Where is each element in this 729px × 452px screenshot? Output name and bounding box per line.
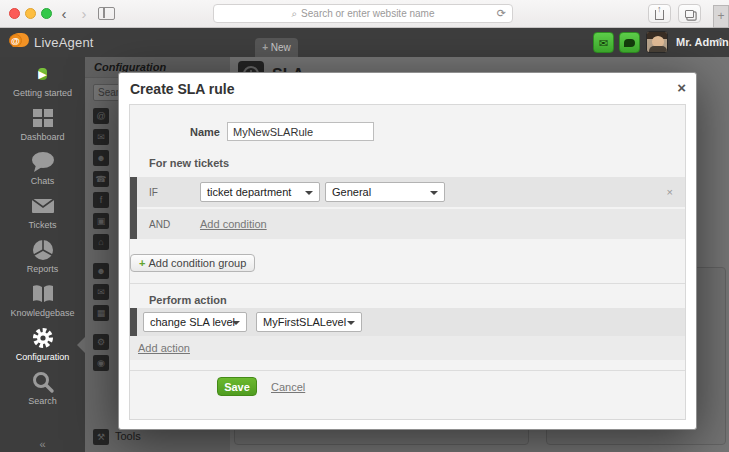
add-condition-link[interactable]: Add condition <box>200 218 267 230</box>
sidebar-item-knowledgebase[interactable]: Knowledgebase <box>0 280 85 322</box>
app-header: @ LiveAgent + New ✉ Mr. Admin <box>0 28 729 57</box>
sidebar-item-chats[interactable]: Chats <box>0 148 85 190</box>
sidebar-item-label: Chats <box>0 176 85 186</box>
mail-icon: ✉ <box>599 37 608 49</box>
if-label: IF <box>149 187 158 198</box>
collapse-sidebar-button[interactable]: « <box>0 438 85 450</box>
user-avatar[interactable] <box>646 31 668 53</box>
plus-icon: + <box>139 257 145 269</box>
chat-icon <box>624 39 635 47</box>
share-icon <box>655 10 664 20</box>
gear-icon <box>30 326 56 350</box>
sidebar-item-configuration[interactable]: Configuration <box>0 324 85 366</box>
brand-name[interactable]: LiveAgent <box>34 35 94 50</box>
condition-row-and: AND Add condition <box>137 209 685 239</box>
zoom-window-button[interactable] <box>41 8 52 19</box>
main-sidebar: ▶ Getting started Dashboard Chats Ticket… <box>0 57 85 452</box>
add-condition-group-button[interactable]: +Add condition group <box>130 254 255 272</box>
cancel-link[interactable]: Cancel <box>271 381 305 393</box>
condition-row-if: IF ticket department General × <box>137 177 685 207</box>
sidebar-toggle-icon[interactable] <box>98 7 115 20</box>
action-row: change SLA level MyFirstSLALevel <box>137 308 685 336</box>
address-placeholder: Search or enter website name <box>301 8 434 19</box>
forward-button[interactable]: › <box>76 3 92 24</box>
sidebar-item-label: Dashboard <box>0 132 85 142</box>
tabs-icon <box>685 10 694 18</box>
condition-field-dropdown[interactable]: ticket department <box>200 182 320 202</box>
condition-group-bar <box>130 177 137 239</box>
sidebar-item-label: Reports <box>0 264 85 274</box>
liveagent-logo-icon: @ <box>9 33 29 51</box>
close-window-button[interactable] <box>9 8 20 19</box>
add-action-row: Add action <box>130 336 685 360</box>
action-group-bar <box>130 308 137 336</box>
action-value-dropdown[interactable]: MyFirstSLALevel <box>256 312 362 332</box>
condition-value-dropdown[interactable]: General <box>325 182 445 202</box>
book-icon <box>30 282 56 306</box>
tabs-button[interactable] <box>678 4 701 23</box>
close-icon[interactable]: × <box>677 80 686 95</box>
new-ticket-tab[interactable]: + New <box>255 38 298 57</box>
reload-icon[interactable]: ⟳ <box>497 7 506 20</box>
minimize-window-button[interactable] <box>25 8 36 19</box>
action-field-dropdown[interactable]: change SLA level <box>143 312 247 332</box>
chat-notifications-button[interactable] <box>619 32 640 53</box>
share-button[interactable] <box>648 4 671 23</box>
sidebar-item-label: Getting started <box>0 88 85 98</box>
sidebar-item-tickets[interactable]: Tickets <box>0 192 85 234</box>
rule-name-input[interactable] <box>227 122 374 141</box>
address-bar[interactable]: ⌕ Search or enter website name ⟳ <box>213 4 513 23</box>
plus-icon: + <box>262 42 268 53</box>
save-button[interactable]: Save <box>217 377 257 396</box>
sidebar-item-label: Knowledgebase <box>0 308 85 318</box>
create-sla-rule-modal: Create SLA rule × Name For new tickets I… <box>118 72 697 430</box>
avatar-body <box>649 46 667 53</box>
sidebar-item-reports[interactable]: Reports <box>0 236 85 278</box>
logo-at-icon: @ <box>9 34 22 47</box>
mail-notifications-button[interactable]: ✉ <box>593 32 614 53</box>
name-label: Name <box>130 126 220 138</box>
chevron-down-icon[interactable] <box>716 39 724 43</box>
add-condition-group-label: Add condition group <box>148 257 246 269</box>
pie-chart-icon <box>30 238 56 262</box>
and-label: AND <box>149 219 170 230</box>
add-action-link[interactable]: Add action <box>138 342 190 354</box>
modal-title: Create SLA rule <box>130 81 235 97</box>
action-section-header: Perform action <box>149 294 227 306</box>
browser-chrome: ‹ › ⌕ Search or enter website name ⟳ + <box>0 0 729 28</box>
dashboard-icon <box>30 106 56 130</box>
conditions-section-header: For new tickets <box>149 157 229 169</box>
sidebar-item-dashboard[interactable]: Dashboard <box>0 104 85 146</box>
chat-bubble-icon <box>30 150 56 174</box>
sidebar-item-search[interactable]: Search <box>0 368 85 410</box>
envelope-icon <box>30 194 56 218</box>
sidebar-item-getting-started[interactable]: ▶ Getting started <box>0 60 85 102</box>
modal-body: Name For new tickets IF ticket departmen… <box>129 104 686 420</box>
section-divider <box>130 283 685 284</box>
sidebar-item-label: Configuration <box>0 352 85 362</box>
magnifier-icon <box>30 370 56 394</box>
sidebar-item-label: Tickets <box>0 220 85 230</box>
active-item-notch <box>77 337 85 353</box>
new-tab-tile[interactable]: + <box>713 5 729 28</box>
play-icon: ▶ <box>38 68 46 80</box>
footer-divider <box>130 370 685 371</box>
search-icon: ⌕ <box>291 8 297 20</box>
new-tab-label: New <box>271 42 291 53</box>
back-button[interactable]: ‹ <box>56 3 72 24</box>
remove-condition-icon[interactable]: × <box>667 186 673 198</box>
sidebar-item-label: Search <box>0 396 85 406</box>
